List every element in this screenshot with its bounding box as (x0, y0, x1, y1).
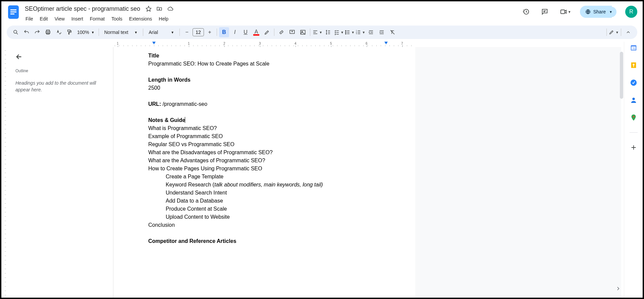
share-dropdown[interactable]: ▼ (606, 7, 616, 17)
svg-rect-3 (10, 13, 14, 14)
star-icon[interactable] (146, 6, 152, 12)
header: SEOptimer article spec - programmatic se… (1, 1, 643, 26)
spellcheck-icon[interactable] (54, 27, 64, 37)
globe-icon (585, 9, 591, 14)
svg-point-17 (345, 33, 346, 34)
share-label: Share (593, 9, 606, 14)
image-button[interactable] (298, 27, 308, 37)
text-color-button[interactable]: A (251, 27, 261, 37)
calendar-icon[interactable]: 31 (630, 44, 638, 52)
comments-icon[interactable] (538, 5, 551, 18)
outline-back-icon[interactable] (15, 53, 105, 60)
text-cursor (185, 117, 185, 123)
checklist-button[interactable]: ▼ (334, 27, 344, 37)
svg-point-15 (345, 30, 346, 31)
addons-icon[interactable] (630, 143, 638, 152)
text-line: Produce Content at Scale (148, 205, 380, 213)
text-line: Example of Programmatic SEO (148, 132, 380, 140)
svg-rect-1 (10, 9, 16, 10)
toolbar: 100% ▼ Normal text▼ Arial▼ − 12 + B I U … (7, 26, 637, 39)
horizontal-ruler[interactable]: 1 1 2 3 4 5 6 7 (7, 42, 621, 47)
highlight-button[interactable] (262, 27, 272, 37)
search-icon[interactable] (11, 27, 21, 37)
text-line: Conclusion (148, 221, 380, 229)
menu-tools[interactable]: Tools (109, 15, 125, 23)
font-size-decrease[interactable]: − (182, 27, 192, 37)
ruler-left-indent[interactable] (152, 42, 156, 44)
indent-decrease-button[interactable] (366, 27, 376, 37)
content-area: 1 1 2 3 4 5 6 7 Outline Headings you add… (1, 42, 643, 298)
keep-icon[interactable] (630, 61, 638, 69)
heading-url: URL: (148, 101, 163, 107)
clear-format-button[interactable] (387, 27, 397, 37)
meet-button[interactable]: ▼ (557, 5, 574, 18)
menu-extensions[interactable]: Extensions (126, 15, 155, 23)
cloud-status-icon[interactable] (167, 6, 174, 12)
outline-panel: Outline Headings you add to the document… (7, 47, 113, 298)
text-line: Programmatic SEO: How to Create Pages at… (148, 60, 380, 68)
vertical-ruler[interactable] (3, 47, 7, 298)
side-panel: 31 (624, 42, 643, 298)
svg-point-28 (632, 98, 635, 100)
edit-mode-button[interactable]: ▼ (609, 27, 619, 37)
print-icon[interactable] (43, 27, 53, 37)
menu-help[interactable]: Help (156, 15, 171, 23)
indent-increase-button[interactable] (377, 27, 387, 37)
svg-text:3: 3 (356, 33, 357, 35)
menu-file[interactable]: File (23, 15, 36, 23)
paint-format-icon[interactable] (64, 27, 74, 37)
text-line: How to Create Pages Using Programmatic S… (148, 165, 380, 173)
menu-format[interactable]: Format (87, 15, 107, 23)
expand-side-icon[interactable] (615, 286, 621, 292)
document-page[interactable]: Title Programmatic SEO: How to Create Pa… (113, 47, 415, 298)
font-family-select[interactable]: Arial▼ (145, 30, 177, 35)
heading-length: Length in Words (148, 76, 380, 84)
docs-logo[interactable] (7, 4, 20, 20)
zoom-select[interactable]: 100% ▼ (75, 30, 97, 35)
move-icon[interactable] (156, 6, 162, 12)
header-right: ▼ Share ▼ R (520, 5, 637, 18)
comment-button[interactable] (287, 27, 297, 37)
maps-icon[interactable] (630, 114, 638, 122)
document-content[interactable]: Title Programmatic SEO: How to Create Pa… (148, 52, 380, 245)
ruler-right-indent[interactable] (384, 42, 388, 44)
svg-rect-11 (68, 30, 70, 32)
menu-insert[interactable]: Insert (69, 15, 86, 23)
text-line: Add Data to a Database (148, 197, 380, 205)
outline-empty-text: Headings you add to the document will ap… (15, 80, 105, 93)
italic-button[interactable]: I (230, 27, 240, 37)
paragraph-style-select[interactable]: Normal text▼ (101, 30, 141, 35)
outline-title: Outline (15, 69, 105, 73)
bullet-list-button[interactable]: ▼ (344, 27, 355, 37)
heading-competitor: Competitor and Reference Articles (148, 237, 380, 245)
heading-title: Title (148, 52, 380, 60)
contacts-icon[interactable] (630, 96, 638, 104)
tasks-icon[interactable] (630, 79, 638, 87)
text-line: Create a Page Template (148, 173, 380, 181)
collapse-toolbar-button[interactable] (623, 27, 633, 37)
svg-point-29 (633, 116, 634, 118)
text-line: 2500 (148, 84, 380, 92)
number-list-button[interactable]: 123▼ (355, 27, 365, 37)
line-spacing-button[interactable] (323, 27, 333, 37)
svg-rect-26 (633, 66, 634, 67)
heading-notes: Notes & Guide (148, 117, 185, 123)
scrollbar[interactable] (620, 52, 623, 99)
svg-point-25 (633, 63, 635, 66)
avatar[interactable]: R (625, 6, 637, 18)
text-line: Regular SEO vs Programmatic SEO (148, 140, 380, 148)
menu-edit[interactable]: Edit (37, 15, 51, 23)
underline-button[interactable]: U (240, 27, 251, 37)
undo-icon[interactable] (21, 27, 32, 37)
align-button[interactable]: ▼ (312, 27, 322, 37)
bold-button[interactable]: B (219, 27, 229, 37)
font-size-increase[interactable]: + (205, 27, 215, 37)
svg-point-16 (345, 32, 346, 33)
history-icon[interactable] (520, 5, 532, 18)
redo-icon[interactable] (32, 27, 42, 37)
doc-title[interactable]: SEOptimer article spec - programmatic se… (23, 5, 142, 13)
link-button[interactable] (276, 27, 286, 37)
font-size-input[interactable]: 12 (193, 28, 204, 36)
text-line: What is Programmatic SEO? (148, 124, 380, 132)
menu-view[interactable]: View (52, 15, 67, 23)
